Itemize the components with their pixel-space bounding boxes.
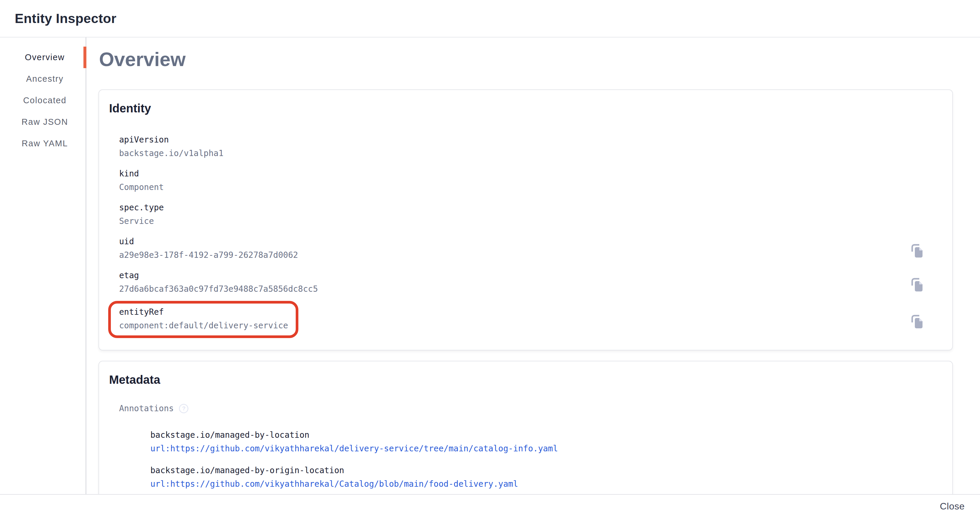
annotation-entry: backstage.io/managed-by-origin-location …: [150, 465, 942, 490]
annotations-label-row: Annotations ?: [119, 403, 942, 414]
field-value: Service: [119, 216, 942, 227]
field-value: Component: [119, 182, 942, 193]
copy-icon[interactable]: [911, 277, 924, 292]
field-value: component:default/delivery-service: [119, 320, 288, 331]
sidebar-item-overview[interactable]: Overview: [0, 46, 86, 68]
annotation-list: backstage.io/managed-by-location url:htt…: [150, 429, 942, 490]
field-content: etag 27d6a6bcaf363a0c97fd73e9488c7a5856d…: [119, 270, 942, 295]
metadata-card: Metadata Annotations ? backstage.io/mana…: [99, 361, 953, 494]
copy-icon[interactable]: [911, 314, 924, 328]
page-title: Overview: [99, 48, 953, 70]
sidebar-item-raw-yaml[interactable]: Raw YAML: [0, 133, 86, 154]
main-content: Overview Identity apiVersion backstage.i…: [86, 37, 980, 494]
field-label: uid: [119, 236, 942, 247]
question-mark-icon[interactable]: ?: [179, 404, 188, 413]
annotation-link[interactable]: url:https://github.com/vikyathharekal/de…: [150, 443, 942, 454]
identity-field-spec-type: spec.type Service: [119, 202, 942, 227]
identity-field-uid: uid a29e98e3-178f-4192-a799-26278a7d0062: [119, 236, 942, 261]
sidebar-item-colocated[interactable]: Colocated: [0, 90, 86, 111]
annotation-key: backstage.io/managed-by-origin-location: [150, 465, 942, 476]
dialog-footer: Close: [0, 494, 980, 518]
field-content: apiVersion backstage.io/v1alpha1: [119, 134, 942, 159]
identity-field-entityRef: entityRef component:default/delivery-ser…: [119, 304, 942, 338]
annotation-key: backstage.io/managed-by-location: [150, 429, 942, 441]
annotations-label: Annotations: [119, 403, 173, 414]
field-label: apiVersion: [119, 134, 942, 145]
annotation-link[interactable]: url:https://github.com/vikyathharekal/Ca…: [150, 478, 942, 490]
identity-fields: apiVersion backstage.io/v1alpha1 kind Co…: [119, 134, 942, 338]
close-button[interactable]: Close: [937, 498, 967, 515]
annotation-entry: backstage.io/managed-by-location url:htt…: [150, 429, 942, 454]
field-content: kind Component: [119, 168, 942, 193]
field-content: spec.type Service: [119, 202, 942, 227]
metadata-card-title: Metadata: [109, 373, 942, 387]
field-value: 27d6a6bcaf363a0c97fd73e9488c7a5856dc8cc5: [119, 284, 942, 295]
identity-field-kind: kind Component: [119, 168, 942, 193]
identity-card-title: Identity: [109, 101, 942, 115]
field-label: entityRef: [119, 306, 288, 318]
sidebar-item-ancestry[interactable]: Ancestry: [0, 68, 86, 90]
sidebar: OverviewAncestryColocatedRaw JSONRaw YAM…: [0, 37, 86, 494]
identity-field-apiVersion: apiVersion backstage.io/v1alpha1: [119, 134, 942, 159]
field-value: backstage.io/v1alpha1: [119, 148, 942, 159]
field-content: entityRef component:default/delivery-ser…: [108, 301, 298, 338]
dialog-body: OverviewAncestryColocatedRaw JSONRaw YAM…: [0, 37, 980, 494]
identity-field-etag: etag 27d6a6bcaf363a0c97fd73e9488c7a5856d…: [119, 270, 942, 295]
identity-card: Identity apiVersion backstage.io/v1alpha…: [99, 89, 953, 351]
field-label: spec.type: [119, 202, 942, 213]
field-content: uid a29e98e3-178f-4192-a799-26278a7d0062: [119, 236, 942, 261]
field-label: kind: [119, 168, 942, 179]
sidebar-item-raw-json[interactable]: Raw JSON: [0, 111, 86, 133]
field-value: a29e98e3-178f-4192-a799-26278a7d0062: [119, 250, 942, 261]
entity-inspector-dialog: Entity Inspector OverviewAncestryColocat…: [0, 0, 980, 518]
dialog-title: Entity Inspector: [15, 11, 116, 26]
copy-icon[interactable]: [911, 244, 924, 258]
dialog-header: Entity Inspector: [0, 0, 980, 37]
field-label: etag: [119, 270, 942, 281]
